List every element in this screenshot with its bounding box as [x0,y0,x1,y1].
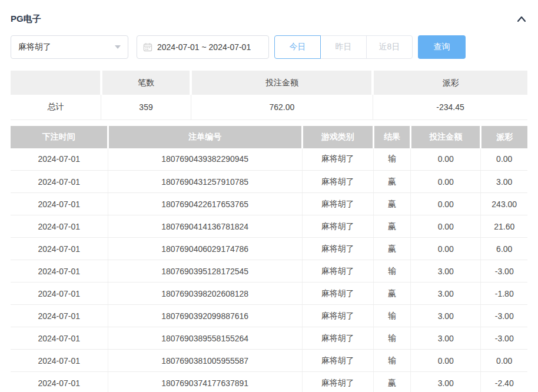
summary-total-label: 总计 [11,95,101,119]
today-button[interactable]: 今日 [274,35,321,59]
bet-time-cell: 2024-07-01 [11,327,108,350]
bet-time-cell: 2024-07-01 [11,283,108,305]
summary-total-count: 359 [101,95,191,119]
bet-amount-cell: 0.00 [411,238,481,260]
order-id-cell: 1807690422617653765 [108,193,302,215]
game-select[interactable]: 麻将胡了 [11,35,128,59]
summary-header-bet-amount: 投注金额 [191,71,373,95]
bet-time-cell: 2024-07-01 [11,171,108,193]
payout-cell: 21.60 [481,215,527,238]
bet-time-cell: 2024-07-01 [11,260,108,283]
bets-header-order-id: 注单编号 [108,126,302,148]
order-id-cell: 1807690406029174786 [108,238,302,260]
payout-cell: 0.00 [481,350,527,372]
order-id-cell: 1807690389558155264 [108,327,302,350]
game-type-cell: 麻将胡了 [302,238,373,260]
result-cell: 输 [373,305,410,327]
payout-cell: -3.00 [481,327,527,350]
bet-time-cell: 2024-07-01 [11,305,108,327]
order-id-cell: 1807690374177637891 [108,372,302,392]
pg-games-panel: PG电子 麻将胡了 2024-07-01 ~ 2024-07 [0,0,538,392]
date-range-value: 2024-07-01 ~ 2024-07-01 [157,42,251,52]
payout-cell: 3.00 [481,171,527,193]
game-type-cell: 麻将胡了 [302,372,373,392]
chevron-down-icon [115,45,121,49]
bet-time-cell: 2024-07-01 [11,193,108,215]
game-type-cell: 麻将胡了 [302,171,373,193]
bet-amount-cell: 3.00 [411,305,481,327]
summary-header-blank [11,71,101,95]
table-row: 2024-07-01 1807690406029174786 麻将胡了 赢 0.… [11,238,527,260]
table-row: 2024-07-01 1807690398202608128 麻将胡了 赢 3.… [11,283,527,305]
game-type-cell: 麻将胡了 [302,327,373,350]
payout-cell: 6.00 [481,238,527,260]
result-cell: 赢 [373,215,410,238]
table-row: 2024-07-01 1807690381005955587 麻将胡了 输 0.… [11,350,527,372]
payout-cell: -2.40 [481,372,527,392]
summary-total-payout: -234.45 [373,95,527,119]
game-select-value: 麻将胡了 [18,42,51,52]
date-range-input[interactable]: 2024-07-01 ~ 2024-07-01 [137,35,269,59]
table-row: 2024-07-01 1807690374177637891 麻将胡了 赢 3.… [11,372,527,392]
bet-time-cell: 2024-07-01 [11,215,108,238]
panel-header: PG电子 [11,12,527,26]
bet-amount-cell: 3.00 [411,283,481,305]
game-type-cell: 麻将胡了 [302,148,373,171]
filters-bar: 麻将胡了 2024-07-01 ~ 2024-07-01 今日 昨日 近8日 查… [11,35,527,59]
order-id-cell: 1807690395128172545 [108,260,302,283]
bet-amount-cell: 3.00 [411,260,481,283]
quick-date-group: 今日 昨日 近8日 [274,35,413,59]
result-cell: 输 [373,350,410,372]
bets-header-bet-amount: 投注金额 [411,126,481,148]
calendar-icon [143,42,152,52]
last-8-days-button[interactable]: 近8日 [366,35,413,59]
chevron-up-icon [517,15,526,22]
yesterday-button[interactable]: 昨日 [320,35,367,59]
result-cell: 赢 [373,193,410,215]
table-row: 2024-07-01 1807690422617653765 麻将胡了 赢 0.… [11,193,527,215]
game-type-cell: 麻将胡了 [302,260,373,283]
bets-header-payout: 派彩 [481,126,527,148]
bets-header-time: 下注时间 [11,126,108,148]
game-type-cell: 麻将胡了 [302,350,373,372]
summary-header-payout: 派彩 [373,71,527,95]
summary-table: 笔数 投注金额 派彩 总计 359 762.00 -234.45 [11,71,527,120]
payout-cell: 243.00 [481,193,527,215]
payout-cell: -3.00 [481,305,527,327]
bet-time-cell: 2024-07-01 [11,350,108,372]
result-cell: 赢 [373,171,410,193]
result-cell: 输 [373,260,410,283]
page-title: PG电子 [11,14,41,25]
bet-time-cell: 2024-07-01 [11,238,108,260]
order-id-cell: 1807690381005955587 [108,350,302,372]
summary-header-count: 笔数 [101,71,191,95]
bet-time-cell: 2024-07-01 [11,148,108,171]
bet-amount-cell: 0.00 [411,215,481,238]
payout-cell: 0.00 [481,148,527,171]
payout-cell: -3.00 [481,260,527,283]
result-cell: 输 [373,327,410,350]
summary-header-row: 笔数 投注金额 派彩 [11,71,527,95]
table-row: 2024-07-01 1807690414136781824 麻将胡了 赢 0.… [11,215,527,238]
result-cell: 赢 [373,238,410,260]
game-type-cell: 麻将胡了 [302,283,373,305]
search-button[interactable]: 查询 [418,35,466,59]
bets-header-row: 下注时间 注单编号 游戏类别 结果 投注金额 派彩 [11,126,527,148]
game-type-cell: 麻将胡了 [302,193,373,215]
order-id-cell: 1807690431257910785 [108,171,302,193]
bet-time-cell: 2024-07-01 [11,372,108,392]
bet-amount-cell: 0.00 [411,350,481,372]
table-row: 2024-07-01 1807690395128172545 麻将胡了 输 3.… [11,260,527,283]
bets-header-result: 结果 [373,126,410,148]
bet-amount-cell: 0.00 [411,193,481,215]
payout-cell: -1.80 [481,283,527,305]
result-cell: 赢 [373,372,410,392]
game-type-cell: 麻将胡了 [302,305,373,327]
table-row: 2024-07-01 1807690392099887616 麻将胡了 输 3.… [11,305,527,327]
game-type-cell: 麻将胡了 [302,215,373,238]
summary-total-row: 总计 359 762.00 -234.45 [11,95,527,119]
table-row: 2024-07-01 1807690439382290945 麻将胡了 输 0.… [11,148,527,171]
order-id-cell: 1807690392099887616 [108,305,302,327]
order-id-cell: 1807690414136781824 [108,215,302,238]
collapse-button[interactable] [516,13,527,25]
